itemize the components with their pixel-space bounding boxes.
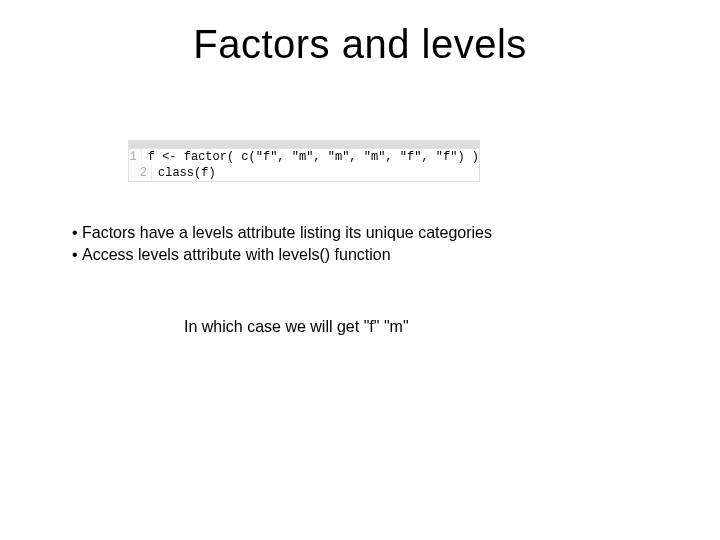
slide: Factors and levels 1 f <- factor( c("f",… <box>0 0 720 540</box>
code-block: 1 f <- factor( c("f", "m", "m", "m", "f"… <box>128 140 480 182</box>
code-text: class(f) <box>152 165 216 181</box>
bullet-item: • Factors have a levels attribute listin… <box>72 222 492 244</box>
code-header <box>129 141 479 149</box>
caption-text: In which case we will get "f" "m" <box>184 318 409 336</box>
code-line: 1 f <- factor( c("f", "m", "m", "m", "f"… <box>129 149 479 165</box>
bullet-item: • Access levels attribute with levels() … <box>72 244 492 266</box>
line-number: 1 <box>129 149 142 165</box>
bullet-list: • Factors have a levels attribute listin… <box>72 222 492 265</box>
line-number: 2 <box>129 165 152 181</box>
code-text: f <- factor( c("f", "m", "m", "m", "f", … <box>142 149 479 165</box>
bullet-text: Factors have a levels attribute listing … <box>82 222 492 244</box>
bullet-dot-icon: • <box>72 244 82 266</box>
bullet-dot-icon: • <box>72 222 82 244</box>
code-line: 2 class(f) <box>129 165 479 181</box>
slide-title: Factors and levels <box>0 22 720 67</box>
bullet-text: Access levels attribute with levels() fu… <box>82 244 391 266</box>
